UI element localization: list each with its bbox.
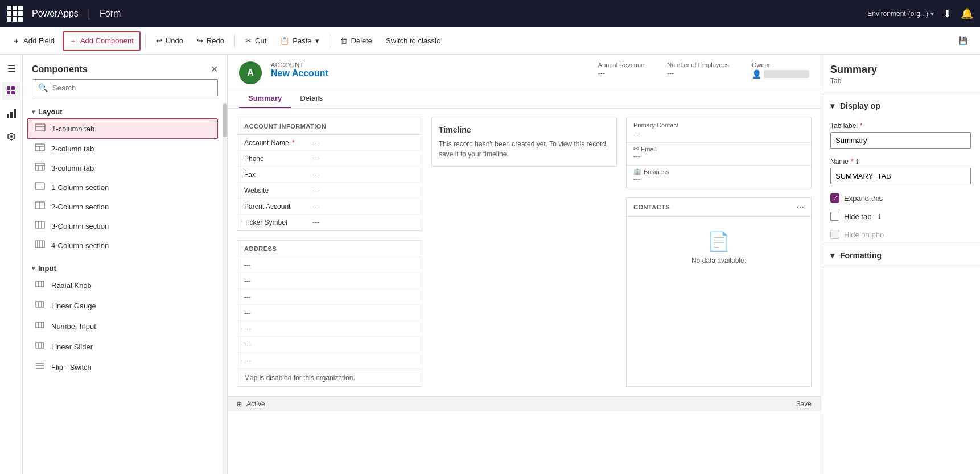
apps-grid-icon: [7, 86, 16, 96]
panel-scrollbar[interactable]: [223, 103, 227, 474]
annual-revenue-label: Annual Revenue: [598, 61, 644, 68]
waffle-menu[interactable]: [7, 6, 23, 22]
4-col-section-item[interactable]: 4-Column section: [27, 236, 218, 255]
add-field-label: Add Field: [23, 36, 55, 45]
add-field-button[interactable]: ＋ Add Field: [7, 32, 60, 50]
prop-header: Summary Tab: [821, 55, 980, 94]
2-col-tab-item[interactable]: 2-column tab: [27, 139, 218, 158]
form-canvas[interactable]: A ACCOUNT New Account Annual Revenue ---…: [228, 55, 821, 474]
delete-label: Delete: [351, 36, 373, 45]
paste-button[interactable]: 📋 Paste ▾: [274, 33, 324, 48]
field-parent-account[interactable]: Parent Account ---: [237, 199, 422, 215]
name-input[interactable]: [830, 168, 971, 184]
field-fax-label: Fax: [244, 171, 312, 179]
svg-rect-4: [7, 114, 9, 118]
name-info-icon[interactable]: ℹ: [856, 158, 858, 166]
input-section-label: Input: [38, 264, 56, 273]
flip-switch-item[interactable]: Flip - Switch: [27, 357, 218, 377]
contacts-empty-text: No data available.: [691, 257, 746, 265]
field-account-name[interactable]: Account Name * ---: [237, 135, 422, 151]
cut-icon: ✂: [245, 36, 252, 45]
addr-field-5[interactable]: ---: [237, 321, 422, 337]
formatting-title: Formatting: [840, 251, 882, 260]
toolbar-separator-2: [234, 34, 235, 48]
3-col-section-icon: [34, 221, 46, 231]
apps-icon-button[interactable]: [2, 82, 20, 100]
download-icon[interactable]: ⬇: [943, 7, 952, 20]
layout-section-header[interactable]: ▾ Layout: [27, 103, 218, 118]
field-website[interactable]: Website ---: [237, 183, 422, 199]
addr-field-4[interactable]: ---: [237, 305, 422, 321]
2-col-section-item[interactable]: 2-Column section: [27, 197, 218, 216]
hide-tab-checkbox-row[interactable]: Hide tab ℹ: [821, 207, 980, 225]
menu-toggle-button[interactable]: ☰: [2, 59, 20, 77]
tab-details[interactable]: Details: [291, 89, 332, 108]
address-title: ADDRESS: [237, 241, 422, 257]
linear-gauge-label: Linear Gauge: [51, 302, 96, 310]
address-section: ADDRESS --- --- --- ---: [237, 240, 422, 387]
field-fax[interactable]: Fax ---: [237, 167, 422, 183]
chart-icon: [7, 109, 16, 118]
add-component-label: Add Component: [80, 36, 134, 45]
notification-icon[interactable]: 🔔: [961, 7, 973, 20]
radial-knob-item[interactable]: Radial Knob: [27, 275, 218, 295]
status-right: Save: [796, 400, 812, 408]
1-col-tab-item[interactable]: 1-column tab: [27, 118, 218, 139]
save-icon-button[interactable]: 💾: [953, 33, 973, 48]
linear-slider-item[interactable]: Linear Slider: [27, 336, 218, 357]
chart-icon-button[interactable]: [2, 105, 20, 123]
contacts-more-button[interactable]: ⋯: [796, 203, 804, 212]
panel-scrollbar-thumb[interactable]: [223, 103, 227, 137]
hide-on-phone-checkbox[interactable]: [830, 230, 839, 239]
component-icon-button[interactable]: [2, 127, 20, 146]
expand-checkbox[interactable]: [830, 193, 839, 203]
3-col-section-item[interactable]: 3-Column section: [27, 216, 218, 236]
hide-tab-checkbox[interactable]: [830, 212, 839, 221]
status-left: ⊞ Active: [237, 400, 265, 408]
input-section-header[interactable]: ▾ Input: [27, 259, 218, 275]
delete-button[interactable]: 🗑 Delete: [335, 33, 378, 48]
tab-label-input[interactable]: [830, 132, 971, 149]
addr-field-7[interactable]: ---: [237, 353, 422, 369]
formatting-header[interactable]: ▾ Formatting: [821, 244, 980, 267]
linear-gauge-icon: [34, 300, 46, 311]
contacts-empty-area: 📄 No data available.: [627, 217, 811, 278]
cut-button[interactable]: ✂ Cut: [240, 33, 272, 48]
undo-button[interactable]: ↩ Undo: [150, 33, 189, 48]
flip-switch-icon: [34, 361, 46, 373]
addr-field-2[interactable]: ---: [237, 273, 422, 289]
name-field: Name * ℹ: [821, 153, 980, 189]
linear-gauge-item[interactable]: Linear Gauge: [27, 295, 218, 316]
hide-on-phone-checkbox-row[interactable]: Hide on pho: [821, 225, 980, 244]
account-info-title: ACCOUNT INFORMATION: [237, 118, 422, 135]
field-ticker[interactable]: Ticker Symbol ---: [237, 215, 422, 230]
display-options-title: Display op: [840, 101, 880, 110]
account-avatar: A: [239, 61, 262, 84]
account-name-value[interactable]: New Account: [271, 68, 589, 79]
add-component-button[interactable]: ＋ Add Component: [63, 31, 141, 51]
number-input-item[interactable]: Number Input: [27, 316, 218, 336]
email-value: ---: [633, 152, 804, 160]
business-icon: 🏢: [633, 168, 641, 175]
svg-rect-0: [7, 86, 10, 90]
owner-field: Owner 👤: [752, 61, 809, 79]
save-button-text[interactable]: Save: [796, 400, 812, 408]
switch-to-classic-button[interactable]: Switch to classic: [380, 33, 446, 48]
flip-switch-label: Flip - Switch: [51, 363, 92, 372]
addr-field-3[interactable]: ---: [237, 289, 422, 305]
environment-selector[interactable]: Environment (org...) ▾: [867, 10, 934, 18]
3-col-tab-item[interactable]: 3-column tab: [27, 158, 218, 178]
addr-field-1[interactable]: ---: [237, 257, 422, 273]
search-input[interactable]: [52, 84, 212, 92]
1-col-section-item[interactable]: 1-Column section: [27, 178, 218, 197]
addr-field-6[interactable]: ---: [237, 337, 422, 353]
hide-tab-info-icon[interactable]: ℹ: [878, 213, 880, 220]
display-options-header[interactable]: ▾ Display op: [821, 94, 980, 117]
tab-summary[interactable]: Summary: [239, 89, 291, 108]
panel-search-box[interactable]: 🔍: [32, 79, 218, 96]
expand-checkbox-row[interactable]: Expand this: [821, 189, 980, 207]
email-header: ✉ Email: [633, 145, 804, 152]
redo-button[interactable]: ↪ Redo: [191, 33, 230, 48]
panel-close-button[interactable]: ✕: [211, 64, 218, 75]
field-phone[interactable]: Phone ---: [237, 151, 422, 167]
